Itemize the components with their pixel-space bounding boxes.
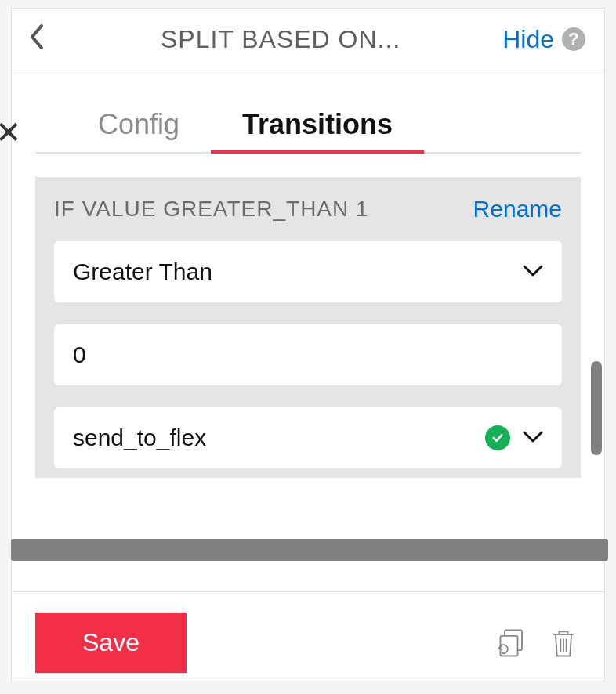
hide-link[interactable]: Hide: [502, 25, 554, 54]
value-input-row: [54, 324, 562, 385]
widget-config-panel: SPLIT BASED ON... Hide ? Config Transiti…: [11, 8, 605, 681]
tabs-container: Config Transitions: [12, 70, 604, 154]
panel-title: SPLIT BASED ON...: [59, 25, 502, 54]
duplicate-icon[interactable]: [496, 626, 531, 660]
rename-link[interactable]: Rename: [473, 196, 562, 222]
chevron-down-icon: [523, 428, 543, 448]
footer: Save: [12, 591, 604, 681]
horizontal-scrollbar[interactable]: [11, 539, 608, 561]
save-button[interactable]: Save: [35, 613, 187, 673]
chevron-left-icon: [27, 23, 46, 51]
panel-header: SPLIT BASED ON... Hide ?: [12, 9, 604, 70]
help-icon[interactable]: ?: [562, 27, 585, 51]
content-area: IF VALUE GREATER_THAN 1 Rename Greater T…: [12, 154, 604, 591]
back-button[interactable]: [27, 23, 59, 56]
value-input[interactable]: [73, 342, 543, 368]
destination-value: send_to_flex: [73, 425, 206, 451]
chevron-down-icon: [523, 262, 543, 282]
vertical-scrollbar[interactable]: [591, 361, 602, 455]
tab-transitions[interactable]: Transitions: [211, 102, 424, 152]
condition-label: IF VALUE GREATER_THAN 1: [54, 197, 369, 222]
operator-select[interactable]: Greater Than: [54, 241, 562, 302]
trash-icon[interactable]: [546, 626, 581, 660]
destination-select[interactable]: send_to_flex: [54, 407, 562, 468]
condition-block: IF VALUE GREATER_THAN 1 Rename Greater T…: [35, 177, 581, 478]
close-icon[interactable]: ✕: [0, 114, 22, 150]
operator-value: Greater Than: [73, 258, 212, 285]
check-circle-icon: [485, 425, 510, 450]
tab-config[interactable]: Config: [67, 102, 211, 152]
